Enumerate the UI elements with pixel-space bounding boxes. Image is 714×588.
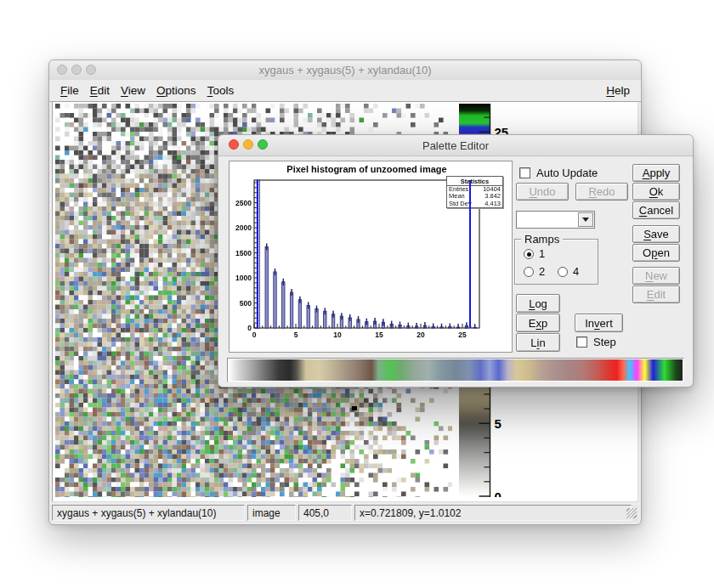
- resize-grip[interactable]: [626, 508, 637, 518]
- chevron-down-icon: [582, 218, 589, 222]
- svg-text:5: 5: [495, 416, 502, 431]
- svg-text:10: 10: [333, 331, 342, 339]
- auto-update-checkbox[interactable]: [519, 167, 530, 178]
- desktop: xygaus + xygaus(5) + xylandau(10) File E…: [0, 0, 714, 588]
- range-marker-left[interactable]: [257, 180, 258, 328]
- palette-gradient-bar[interactable]: [229, 359, 683, 381]
- svg-text:2000: 2000: [235, 223, 252, 232]
- cancel-button[interactable]: Cancel: [632, 201, 680, 219]
- undo-button[interactable]: Undo: [516, 183, 569, 201]
- menu-view[interactable]: View: [121, 84, 145, 97]
- open-button[interactable]: Open: [632, 244, 680, 262]
- apply-button[interactable]: Apply: [632, 164, 680, 182]
- dialog-titlebar[interactable]: Palette Editor: [218, 135, 693, 156]
- svg-text:500: 500: [240, 299, 252, 308]
- status-title: xygaus + xygaus(5) + xylandau(10): [52, 505, 245, 521]
- ramps-radio-4[interactable]: [558, 267, 568, 277]
- palette-editor-window: Palette Editor Pixel histogram of unzoom…: [218, 134, 694, 387]
- svg-text:Pixel histogram of unzoomed im: Pixel histogram of unzoomed image: [286, 164, 446, 174]
- svg-text:0: 0: [252, 331, 257, 339]
- ramps-group: Ramps 1 2 4: [514, 239, 598, 285]
- svg-text:5: 5: [294, 331, 298, 339]
- ramps-radio-2[interactable]: [524, 267, 534, 277]
- menu-tools[interactable]: Tools: [207, 84, 235, 97]
- ok-button[interactable]: Ok: [632, 183, 680, 201]
- status-coords: x=0.721809, y=1.0102: [354, 505, 632, 521]
- statusbar: xygaus + xygaus(5) + xylandau(10) image …: [52, 505, 638, 523]
- window-title: xygaus + xygaus(5) + xylandau(10): [49, 60, 641, 80]
- menubar: File Edit View Options Tools Help: [49, 80, 641, 102]
- status-object: image: [247, 505, 296, 521]
- svg-text:15: 15: [375, 331, 383, 339]
- svg-text:0: 0: [495, 489, 502, 498]
- histogram-panel: Pixel histogram of unzoomed image0500100…: [229, 161, 513, 353]
- palette-select-dropdown-button[interactable]: [578, 212, 593, 227]
- status-pixel: 405,0: [298, 505, 352, 521]
- svg-text:1000: 1000: [235, 274, 252, 282]
- palette-select[interactable]: [516, 211, 595, 229]
- menu-edit[interactable]: Edit: [90, 84, 110, 97]
- menu-options[interactable]: Options: [156, 84, 196, 97]
- svg-text:0: 0: [247, 324, 252, 332]
- svg-text:1500: 1500: [235, 249, 252, 257]
- palette-gradient-frame: [227, 358, 684, 382]
- menu-file[interactable]: File: [60, 84, 79, 97]
- log-button[interactable]: Log: [516, 294, 560, 313]
- main-titlebar[interactable]: xygaus + xygaus(5) + xylandau(10): [49, 60, 641, 81]
- auto-update-label: Auto Update: [536, 167, 598, 179]
- svg-text:25: 25: [458, 331, 467, 339]
- svg-text:2500: 2500: [235, 199, 252, 207]
- ramps-radio-1[interactable]: [524, 249, 534, 259]
- svg-text:20: 20: [416, 331, 425, 339]
- statistics-box[interactable]: Statistics Entries10404 Mean3.842 Std De…: [446, 176, 503, 208]
- exp-button[interactable]: Exp: [516, 314, 560, 332]
- edit-button[interactable]: Edit: [632, 286, 680, 303]
- menu-help[interactable]: Help: [606, 84, 630, 97]
- lin-button[interactable]: Lin: [516, 333, 560, 352]
- ramps-label: Ramps: [521, 233, 563, 246]
- step-checkbox[interactable]: [576, 336, 587, 348]
- dialog-title: Palette Editor: [218, 135, 693, 155]
- step-label: Step: [593, 336, 616, 348]
- save-button[interactable]: Save: [632, 225, 680, 243]
- palette-select-value: [518, 213, 579, 226]
- redo-button[interactable]: Redo: [575, 183, 628, 201]
- range-marker-right[interactable]: [469, 180, 471, 328]
- new-button[interactable]: New: [632, 267, 680, 285]
- invert-button[interactable]: Invert: [575, 314, 623, 332]
- stats-stddev: Std Dev4.413: [447, 201, 502, 207]
